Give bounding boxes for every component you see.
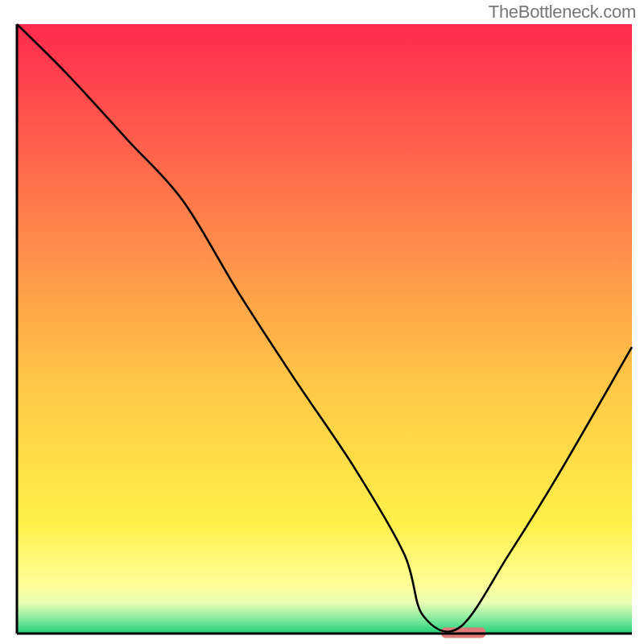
watermark: TheBottleneck.com <box>489 2 636 23</box>
gradient-background <box>17 24 632 634</box>
chart-svg <box>0 0 644 644</box>
chart-container: TheBottleneck.com <box>0 0 644 644</box>
